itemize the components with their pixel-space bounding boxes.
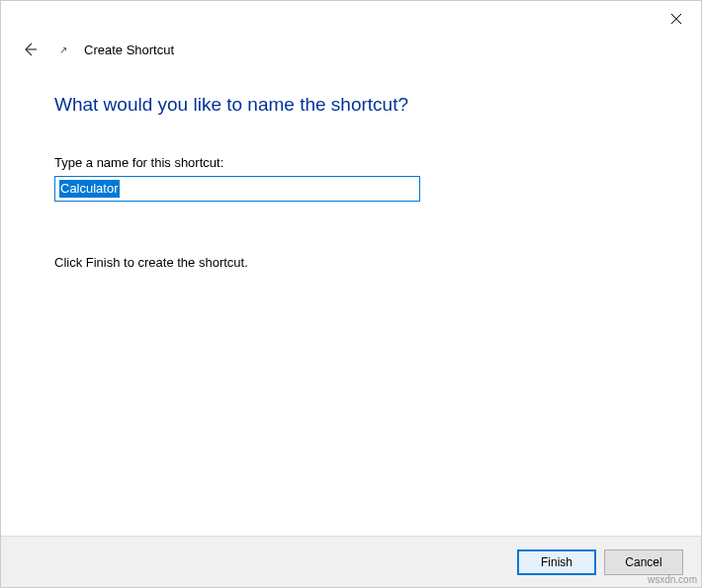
page-heading: What would you like to name the shortcut…: [54, 94, 648, 116]
footer: Finish Cancel: [1, 536, 701, 587]
instruction-text: Click Finish to create the shortcut.: [54, 255, 648, 270]
cancel-button[interactable]: Cancel: [604, 549, 683, 575]
close-button[interactable]: [661, 7, 691, 31]
shortcut-name-input[interactable]: Calculator: [54, 176, 420, 202]
back-arrow-icon: [22, 42, 38, 57]
content-area: What would you like to name the shortcut…: [1, 66, 701, 270]
wizard-page-title: Create Shortcut: [84, 42, 174, 57]
wizard-header: ↗ Create Shortcut: [1, 33, 701, 66]
titlebar: [1, 1, 701, 33]
back-button[interactable]: [19, 39, 41, 60]
shortcut-icon: ↗: [56, 42, 70, 56]
shortcut-name-value: Calculator: [59, 180, 120, 198]
close-icon: [670, 13, 682, 25]
finish-button[interactable]: Finish: [517, 549, 596, 575]
shortcut-name-label: Type a name for this shortcut:: [54, 155, 648, 170]
